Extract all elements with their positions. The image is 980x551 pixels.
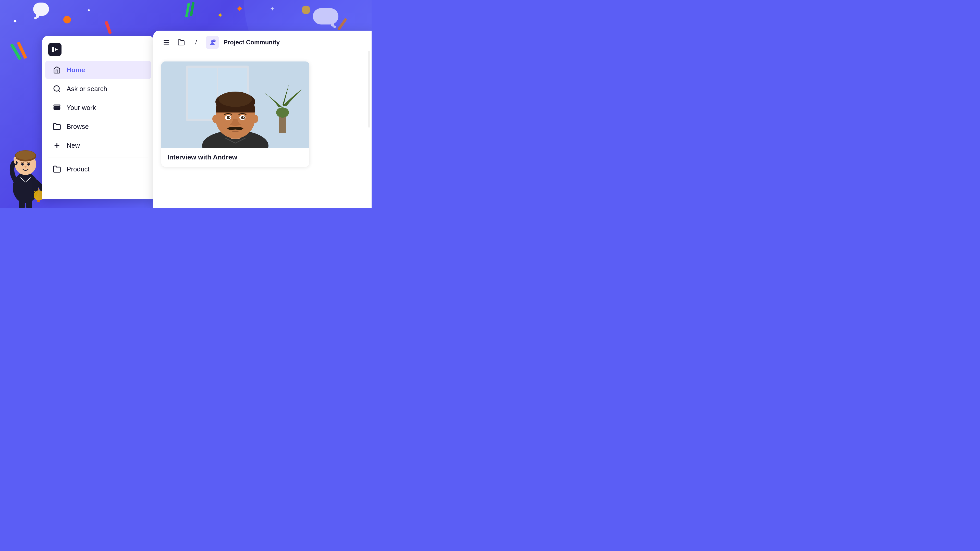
svg-rect-20 <box>54 108 60 110</box>
sidebar-item-label-home: Home <box>67 66 85 74</box>
menu-button[interactable] <box>161 37 172 48</box>
content-header: / Project Community <box>153 30 372 54</box>
svg-point-0 <box>13 172 38 203</box>
pencil-decoration-1 <box>104 21 112 35</box>
svg-point-16 <box>54 86 59 91</box>
orange-circle-decoration <box>63 16 71 24</box>
svg-rect-10 <box>37 200 40 202</box>
video-thumbnail <box>161 62 309 148</box>
svg-rect-8 <box>26 200 32 208</box>
sidebar-item-new[interactable]: New <box>45 136 151 155</box>
svg-rect-7 <box>19 200 25 208</box>
svg-line-17 <box>59 90 60 92</box>
pencil-decoration-3 <box>189 2 195 17</box>
folder-icon-product <box>52 165 62 174</box>
sidebar-logo-row <box>42 41 154 60</box>
star-decoration-1: ✦ <box>12 17 18 25</box>
yellow-star-decoration: ✦ <box>217 11 223 20</box>
svg-rect-19 <box>54 106 60 108</box>
svg-point-50 <box>243 117 244 118</box>
svg-point-6 <box>24 166 27 168</box>
svg-point-44 <box>252 115 258 123</box>
plus-icon <box>52 141 62 150</box>
sidebar-item-home[interactable]: Home <box>45 61 151 79</box>
speech-bubble-decoration <box>33 3 49 16</box>
sidebar-item-product[interactable]: Product <box>45 160 151 178</box>
star-decoration-2: ✦ <box>87 7 91 13</box>
content-panel: / Project Community <box>153 30 372 208</box>
svg-point-48 <box>241 116 245 119</box>
folder-button[interactable] <box>176 37 186 48</box>
app-logo[interactable] <box>48 43 62 56</box>
video-card-title: Interview with Andrew <box>161 148 309 167</box>
svg-point-43 <box>212 115 218 123</box>
layers-icon <box>52 103 62 112</box>
svg-point-5 <box>27 163 30 165</box>
project-avatar <box>206 36 219 49</box>
sidebar-item-label-your-work: Your work <box>67 104 96 112</box>
nav-divider <box>48 157 148 157</box>
sidebar-item-label-product: Product <box>67 165 89 173</box>
sidebar-item-search[interactable]: Ask or search <box>45 79 151 98</box>
svg-point-4 <box>21 163 24 165</box>
scroll-bar[interactable] <box>368 51 370 127</box>
svg-marker-15 <box>55 48 58 51</box>
home-icon <box>52 65 62 75</box>
svg-point-30 <box>213 41 214 41</box>
svg-point-3 <box>16 151 35 160</box>
svg-point-49 <box>229 117 230 118</box>
cartoon-character <box>5 127 46 208</box>
sidebar-item-your-work[interactable]: Your work <box>45 98 151 117</box>
sidebar-item-label-search: Ask or search <box>67 85 107 93</box>
svg-point-32 <box>215 41 215 41</box>
svg-point-47 <box>227 116 231 119</box>
content-body: Interview with Andrew <box>153 54 372 174</box>
sidebar: Home Ask or search Your work Bro <box>42 36 154 199</box>
sidebar-item-label-new: New <box>67 141 80 149</box>
svg-point-31 <box>214 41 215 41</box>
sidebar-item-browse[interactable]: Browse <box>45 118 151 136</box>
search-icon <box>52 84 62 94</box>
svg-rect-18 <box>54 105 60 106</box>
svg-point-37 <box>276 107 289 118</box>
edit-icon[interactable]: / <box>191 37 201 48</box>
video-card[interactable]: Interview with Andrew <box>161 62 309 167</box>
project-title: Project Community <box>224 39 280 46</box>
svg-point-42 <box>219 92 252 107</box>
sidebar-item-label-browse: Browse <box>67 123 89 130</box>
svg-rect-14 <box>52 47 54 52</box>
orange-diamond-decoration: ◆ <box>237 5 242 12</box>
pencil-decoration-2 <box>185 3 190 17</box>
folder-icon <box>52 122 62 131</box>
